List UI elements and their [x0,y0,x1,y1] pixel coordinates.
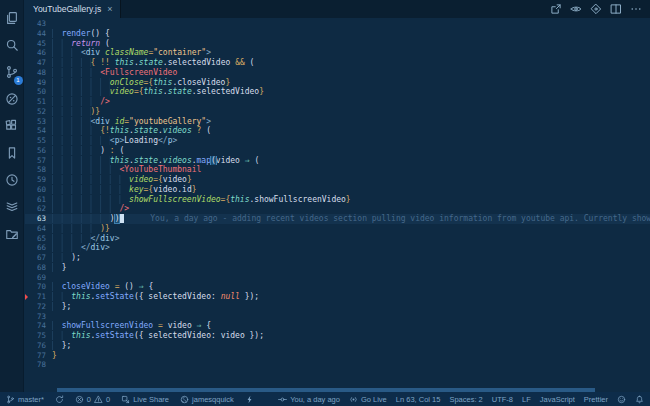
code-line[interactable]: 43 [25,19,650,29]
code-line[interactable]: 70 closeVideo = () ⇒ { [25,282,650,292]
code-line[interactable]: 74 showFullscreenVideo = video ⇒ { [25,321,650,331]
line-number: 60 [25,185,46,195]
code-line[interactable]: 69 [25,273,650,283]
split-editor-button[interactable] [610,3,622,15]
encoding-status[interactable]: UTF-8 [492,395,513,404]
code-token: { [201,321,211,330]
code-line[interactable]: 63 ))You, a day ago - adding recent vide… [25,214,650,224]
feedback-status[interactable] [617,395,626,404]
indentation-status[interactable]: Spaces: 2 [449,395,482,404]
line-number: 49 [25,78,46,88]
code-content: <p>Loading</p> [46,136,650,146]
activity-item-time-tracker[interactable] [0,168,24,195]
code-line[interactable]: 47 { !! this.state.selectedVideo && ( [25,58,650,68]
open-changes-button[interactable] [550,3,562,15]
eol-status[interactable]: LF [522,395,531,404]
problems-status[interactable]: 00 [75,395,110,404]
formatter-status-label: Prettier [584,395,608,404]
status-bar-right: You, a day agoGo LiveLn 63, Col 15Spaces… [278,395,644,404]
close-icon[interactable]: × [107,5,112,14]
commit-icon [278,395,287,404]
gitlens-blame-status[interactable]: You, a day ago [278,395,340,404]
code-content: <YouTubeThumbnail [46,165,650,175]
code-line[interactable]: 57 this.state.videos.map(video ⇒ ( [25,156,650,166]
code-line[interactable]: 55 <p>Loading</p> [25,136,650,146]
code-token [52,243,81,252]
activity-item-debug[interactable] [0,87,24,114]
activity-item-extensions[interactable] [0,114,24,141]
code-line[interactable]: 60 key={video.id} [25,185,650,195]
code-token [52,195,129,204]
live-share-status[interactable]: Live Share [121,395,169,404]
github-account-status[interactable]: jamesqquick [180,395,234,404]
code-line[interactable]: 68 } [25,263,650,273]
activity-item-search[interactable] [0,33,24,60]
indentation-status-label: Spaces: 2 [449,395,482,404]
go-live-status[interactable]: Go Live [349,395,387,404]
code-line[interactable]: 61 showFullscreenVideo={this.showFullscr… [25,195,650,205]
code-line[interactable]: 76 }; [25,341,650,351]
gitlens-button[interactable] [590,3,602,15]
toggle-blame-button[interactable] [570,3,582,15]
activity-item-explorer[interactable] [0,6,24,33]
code-token: ( [245,58,255,67]
code-token: state [168,87,192,96]
code-token: this [71,292,90,301]
code-line[interactable]: 65 </div> [25,234,650,244]
code-token [52,136,110,145]
activity-item-project-manager[interactable] [0,222,24,249]
code-line[interactable]: 71 this.setState({ selectedVideo: null }… [25,292,650,302]
git-branch-status[interactable]: master* [6,395,44,404]
code-token: id [115,117,125,126]
code-line[interactable]: 72 }; [25,302,650,312]
code-token: > [105,243,110,252]
cursor-position-status[interactable]: Ln 63, Col 15 [396,395,441,404]
code-line[interactable]: 52 )} [25,107,650,117]
code-content: ) : ( [46,146,650,156]
files-icon [5,11,19,29]
flash-status[interactable] [245,395,254,404]
code-line[interactable]: 53 <div id="youtubeGallery"> [25,117,650,127]
code-line[interactable]: 45 return ( [25,39,650,49]
activity-item-reading-list[interactable] [0,195,24,222]
code-token: } [225,78,230,87]
code-line[interactable]: 49 onClose={this.closeVideo} [25,78,650,88]
code-token: </ [91,234,101,243]
code-token [52,68,100,77]
code-line[interactable]: 66 </div> [25,243,650,253]
code-line[interactable]: 64 )} [25,224,650,234]
code-token [52,214,110,223]
code-line[interactable]: 50 video={this.state.selectedVideo} [25,87,650,97]
code-token: this [110,156,129,165]
code-line[interactable]: 51 /> [25,97,650,107]
tab-youtubegallery[interactable]: YouTubeGallery.js × [25,0,121,18]
code-token: && [235,58,245,67]
line-number: 64 [25,224,46,234]
line-number: 65 [25,234,46,244]
code-token: )} [100,224,110,233]
code-line[interactable]: 67 ); [25,253,650,263]
code-line[interactable]: 62 /> [25,204,650,214]
activity-item-source-control[interactable]: 1 [0,60,24,87]
code-line[interactable]: 75 this.setState({ selectedVideo: video … [25,331,650,341]
code-line[interactable]: 46 <div className="container"> [25,48,650,58]
code-line[interactable]: 56 ) : ( [25,146,650,156]
code-line[interactable]: 54 {!this.state.videos ? ( [25,126,650,136]
code-line[interactable]: 59 video={video} [25,175,650,185]
code-editor[interactable]: 4344 render() {45 return (46 <div classN… [25,18,650,392]
language-status[interactable]: JavaScript [540,395,575,404]
more-actions-button[interactable] [630,3,642,15]
code-line[interactable]: 58 <YouTubeThumbnail [25,165,650,175]
code-line[interactable]: 44 render() { [25,29,650,39]
code-line[interactable]: 73 [25,312,650,322]
code-line[interactable]: 78 [25,360,650,370]
git-deleted-marker [25,294,28,300]
sync-status[interactable] [55,395,64,404]
notifications-status[interactable] [635,395,644,404]
code-line[interactable]: 48 <FullscreenVideo [25,68,650,78]
sync-icon [55,395,64,404]
activity-item-bookmarks[interactable] [0,141,24,168]
code-line[interactable]: 77} [25,351,650,361]
code-token [52,253,71,262]
formatter-status[interactable]: Prettier [584,395,608,404]
